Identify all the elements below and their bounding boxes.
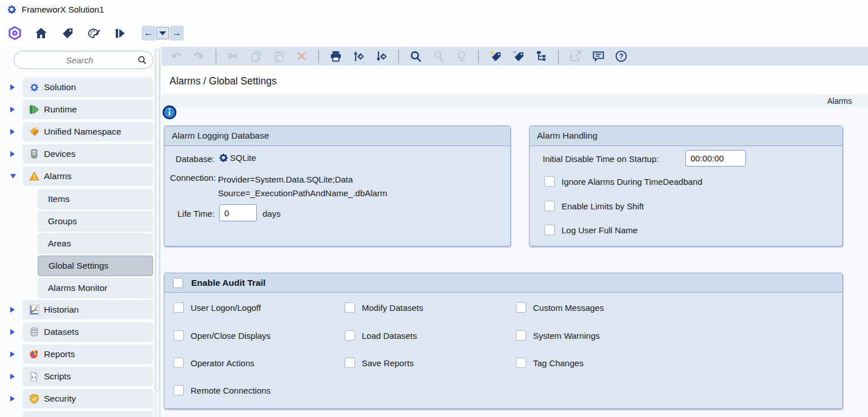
context-band: Alarms (162, 95, 868, 107)
checkbox-row-open-close-displays[interactable]: Open/Close Displays (173, 330, 271, 341)
nav-back-button[interactable]: ← (142, 26, 156, 41)
expand-arrow-icon[interactable] (10, 351, 15, 357)
expand-arrow-icon[interactable] (10, 396, 15, 402)
scrollbar-thumb[interactable] (156, 49, 159, 391)
sidebar-item-unified-namespace[interactable]: Unified Namespace (0, 122, 154, 141)
open-external-icon[interactable] (568, 48, 583, 64)
sidebar-item-historian[interactable]: Historian (0, 300, 154, 319)
checkbox-row-timedeadband[interactable]: Ignore Alarms During TimeDeadband (544, 176, 703, 187)
appearance-palette-icon[interactable] (86, 25, 102, 41)
panel-title: Alarm Handling (537, 131, 597, 141)
checkbox[interactable] (516, 302, 526, 313)
sidebar-item-alarms-monitor[interactable]: Alarms Monitor (0, 278, 154, 298)
nav-forward-button[interactable]: → (169, 26, 184, 41)
checkbox-row-tag-changes[interactable]: Tag Changes (516, 358, 583, 368)
checkbox-row-limits-by-shift[interactable]: Enable Limits by Shift (544, 201, 644, 211)
checkbox[interactable] (345, 330, 355, 341)
edit-tag-icon[interactable] (511, 48, 526, 64)
sidebar-item-reports[interactable]: Reports (0, 345, 154, 364)
expand-arrow-icon[interactable] (10, 307, 15, 313)
checkbox[interactable] (544, 225, 555, 235)
checkbox-label: Remote Connections (191, 386, 271, 395)
checkbox[interactable] (345, 358, 355, 368)
checkbox[interactable] (544, 176, 555, 187)
expand-arrow-icon[interactable] (10, 374, 15, 379)
sidebar-item-devices[interactable]: Devices (0, 144, 154, 164)
shield-check-icon (29, 394, 39, 404)
expand-arrow-icon[interactable] (10, 129, 15, 135)
sidebar-item-alarms-groups[interactable]: Groups (0, 211, 154, 232)
sidebar-item-solution[interactable]: Solution (0, 78, 154, 97)
trend-chart-icon (29, 305, 39, 315)
expand-arrow-icon[interactable] (10, 84, 15, 90)
database-gear-icon[interactable] (218, 152, 229, 163)
checkbox[interactable] (173, 358, 184, 368)
checkbox-row-log-user-full-name[interactable]: Log User Full Name (544, 225, 637, 235)
checkbox[interactable] (173, 330, 184, 341)
paste-icon[interactable] (271, 48, 286, 64)
checkbox-row-load-datasets[interactable]: Load Datasets (345, 330, 417, 341)
copy-icon[interactable] (248, 48, 264, 64)
checkbox-row-system-warnings[interactable]: System Warnings (516, 330, 600, 341)
checkbox-row-save-reports[interactable]: Save Reports (345, 358, 414, 368)
sidebar-item-alarms-items[interactable]: Items (0, 189, 154, 209)
enable-audit-trail-checkbox[interactable] (173, 278, 183, 288)
cut-icon[interactable]: ✂ (225, 48, 241, 64)
checkbox[interactable] (173, 385, 184, 395)
checkbox-row-custom-messages[interactable]: Custom Messages (516, 302, 604, 313)
main-area: ↶ ↷ ✂ ✕ ? Alarms / Global Settings (162, 47, 868, 417)
sidebar-scrollbar[interactable] (155, 48, 160, 417)
sidebar-item-label: Historian (44, 305, 79, 315)
app-logo-icon[interactable] (7, 25, 23, 41)
search-input[interactable] (22, 55, 137, 65)
search-previous-icon[interactable] (454, 48, 469, 64)
export-icon[interactable] (374, 48, 389, 64)
menu-hamburger-icon[interactable] (6, 54, 8, 66)
print-icon[interactable] (328, 48, 344, 64)
checkbox-row-operator-actions[interactable]: Operator Actions (173, 358, 255, 368)
delete-icon[interactable]: ✕ (294, 48, 309, 64)
sidebar-item-datasets[interactable]: Datasets (0, 322, 154, 342)
sidebar-item-alarms-global-settings[interactable]: Global Settings (0, 256, 154, 276)
sidebar-item-alarms[interactable]: Alarms (0, 167, 154, 186)
undo-icon[interactable]: ↶ (168, 48, 184, 64)
checkbox[interactable] (544, 201, 555, 211)
search-next-icon[interactable] (431, 48, 446, 64)
add-tag-icon[interactable] (488, 48, 503, 64)
expand-arrow-icon[interactable] (10, 329, 15, 335)
sidebar-item-partial[interactable] (0, 411, 154, 417)
panel-title: Enable Audit Trail (191, 278, 265, 288)
run-icon[interactable] (112, 25, 128, 41)
expand-arrow-icon[interactable] (10, 107, 15, 112)
alarm-logging-database-panel: Alarm Logging Database Database: SQLite … (164, 125, 511, 246)
expand-arrow-icon[interactable] (10, 151, 15, 157)
sidebar-item-alarms-areas[interactable]: Areas (0, 233, 154, 254)
lifetime-input[interactable] (219, 204, 257, 221)
home-icon[interactable] (33, 25, 49, 41)
sidebar-item-security[interactable]: Security (0, 389, 154, 408)
info-icon[interactable] (162, 105, 177, 120)
feedback-icon[interactable] (591, 48, 606, 64)
breadcrumb: Alarms / Global Settings (169, 75, 277, 87)
redo-icon[interactable]: ↷ (191, 48, 207, 64)
tags-icon[interactable] (59, 25, 75, 41)
search-icon[interactable] (137, 55, 147, 65)
collapse-arrow-icon[interactable] (10, 174, 16, 179)
checkbox-row-remote-connections[interactable]: Remote Connections (173, 385, 271, 395)
nav-history-button[interactable] (156, 27, 169, 39)
import-icon[interactable] (351, 48, 366, 64)
database-value-row[interactable]: SQLite (218, 152, 256, 163)
checkbox[interactable] (516, 330, 526, 341)
help-icon[interactable]: ? (613, 48, 629, 64)
checkbox[interactable] (516, 358, 526, 368)
checkbox[interactable] (345, 302, 355, 313)
checkbox[interactable] (173, 302, 184, 313)
sidebar-item-runtime[interactable]: Runtime (0, 100, 154, 119)
search-icon[interactable] (408, 48, 423, 64)
tag-tree-icon[interactable] (534, 48, 549, 64)
initial-disable-input[interactable] (685, 150, 746, 167)
sidebar-item-scripts[interactable]: Scripts (0, 367, 154, 386)
checkbox-row-user-logon-logoff[interactable]: User Logon/Logoff (173, 302, 261, 313)
checkbox-row-modify-datasets[interactable]: Modify Datasets (345, 302, 423, 313)
search-box[interactable] (14, 51, 154, 69)
